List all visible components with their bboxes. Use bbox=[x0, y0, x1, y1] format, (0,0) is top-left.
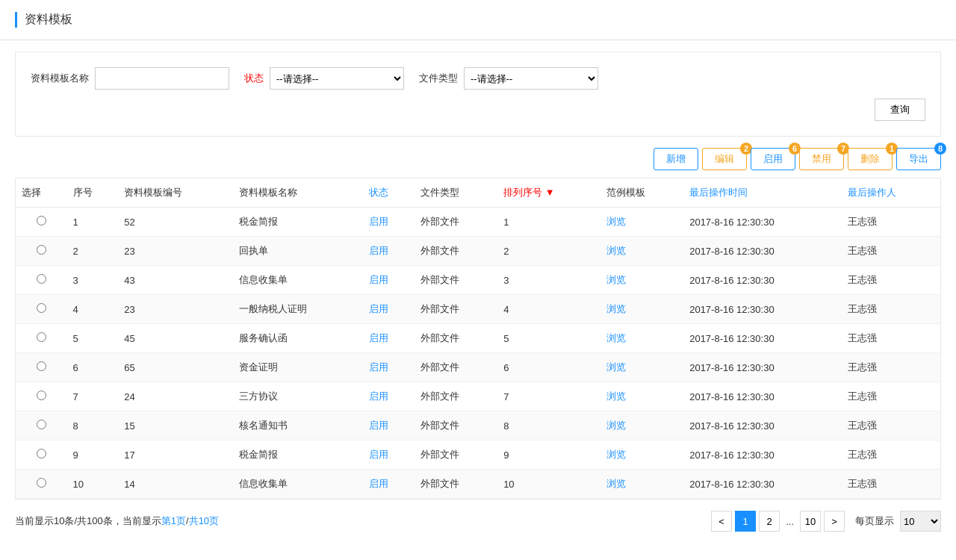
data-table: 选择 序号 资料模板编号 资料模板名称 状态 文件类型 排列序号 ▼ 范例模板 … bbox=[16, 178, 940, 499]
cell-sort: 6 bbox=[497, 353, 600, 382]
row-radio[interactable] bbox=[37, 361, 46, 371]
cell-seq: 3 bbox=[67, 266, 119, 295]
cell-operator: 王志强 bbox=[842, 470, 940, 499]
browse-link[interactable]: 浏览 bbox=[606, 391, 626, 402]
cell-status: 启用 bbox=[363, 208, 415, 237]
cell-time: 2017-8-16 12:30:30 bbox=[683, 295, 841, 324]
col-sort[interactable]: 排列序号 ▼ bbox=[497, 178, 600, 208]
cell-sort: 10 bbox=[497, 470, 600, 499]
cell-status: 启用 bbox=[363, 295, 415, 324]
cell-browse: 浏览 bbox=[600, 382, 683, 411]
edit-button[interactable]: 编辑 2 bbox=[702, 148, 747, 170]
filetype-select[interactable]: --请选择-- bbox=[464, 67, 598, 90]
row-radio[interactable] bbox=[37, 245, 46, 255]
cell-sort: 4 bbox=[497, 295, 600, 324]
row-radio[interactable] bbox=[37, 274, 46, 284]
filetype-field: 文件类型 --请选择-- bbox=[419, 67, 598, 90]
row-radio[interactable] bbox=[37, 391, 46, 400]
page-1-button[interactable]: 1 bbox=[735, 511, 756, 532]
enable-button[interactable]: 启用 6 bbox=[751, 148, 795, 170]
search-row: 资料模板名称 状态 --请选择-- 文件类型 --请选择-- bbox=[31, 67, 925, 90]
row-radio[interactable] bbox=[37, 449, 46, 458]
row-radio[interactable] bbox=[37, 216, 46, 225]
cell-time: 2017-8-16 12:30:30 bbox=[683, 324, 841, 353]
status-select[interactable]: --请选择-- bbox=[270, 67, 404, 90]
table-row: 9 17 税金简报 启用 外部文件 9 浏览 2017-8-16 12:30:3… bbox=[16, 441, 940, 470]
radio-cell bbox=[16, 441, 67, 470]
browse-link[interactable]: 浏览 bbox=[606, 303, 626, 314]
browse-link[interactable]: 浏览 bbox=[606, 274, 626, 285]
browse-link[interactable]: 浏览 bbox=[606, 449, 626, 460]
radio-cell bbox=[16, 295, 67, 324]
cell-name: 回执单 bbox=[233, 237, 364, 266]
status-value: 启用 bbox=[369, 245, 388, 256]
cell-filetype: 外部文件 bbox=[415, 382, 497, 411]
cell-operator: 王志强 bbox=[842, 411, 940, 441]
status-value: 启用 bbox=[369, 361, 388, 373]
page-link-total[interactable]: 共10页 bbox=[189, 515, 219, 526]
cell-browse: 浏览 bbox=[600, 411, 683, 441]
cell-operator: 王志强 bbox=[842, 353, 940, 382]
page-ellipsis: ... bbox=[783, 516, 797, 527]
next-page-button[interactable]: > bbox=[824, 511, 845, 532]
browse-link[interactable]: 浏览 bbox=[606, 216, 626, 227]
new-button[interactable]: 新增 bbox=[654, 148, 698, 170]
browse-link[interactable]: 浏览 bbox=[606, 245, 626, 256]
export-button[interactable]: 导出 8 bbox=[896, 148, 941, 170]
cell-name: 三方协议 bbox=[233, 382, 364, 411]
cell-name: 信息收集单 bbox=[233, 470, 364, 499]
browse-link[interactable]: 浏览 bbox=[606, 361, 626, 373]
cell-time: 2017-8-16 12:30:30 bbox=[683, 411, 841, 441]
browse-link[interactable]: 浏览 bbox=[606, 478, 626, 489]
delete-button[interactable]: 删除 1 bbox=[848, 148, 893, 170]
status-value: 启用 bbox=[369, 274, 388, 285]
disable-button[interactable]: 禁用 7 bbox=[799, 148, 844, 170]
cell-code: 23 bbox=[118, 237, 233, 266]
cell-filetype: 外部文件 bbox=[415, 295, 497, 324]
col-template: 范例模板 bbox=[600, 178, 683, 208]
row-radio[interactable] bbox=[37, 332, 46, 342]
page-header: 资料模板 bbox=[0, 0, 956, 40]
cell-operator: 王志强 bbox=[842, 441, 940, 470]
row-radio[interactable] bbox=[37, 420, 46, 429]
filetype-label: 文件类型 bbox=[419, 72, 458, 85]
page-title: 资料模板 bbox=[15, 12, 941, 28]
col-code: 资料模板编号 bbox=[118, 178, 233, 208]
col-status: 状态 bbox=[363, 178, 415, 208]
name-input[interactable] bbox=[95, 67, 229, 90]
status-value: 启用 bbox=[369, 216, 388, 227]
page-2-button[interactable]: 2 bbox=[759, 511, 780, 532]
browse-link[interactable]: 浏览 bbox=[606, 332, 626, 343]
radio-cell bbox=[16, 208, 67, 237]
row-radio[interactable] bbox=[37, 303, 46, 313]
cell-seq: 4 bbox=[67, 295, 119, 324]
edit-label: 编辑 bbox=[715, 153, 734, 164]
cell-time: 2017-8-16 12:30:30 bbox=[683, 382, 841, 411]
cell-status: 启用 bbox=[363, 441, 415, 470]
cell-code: 14 bbox=[118, 470, 233, 499]
status-value: 启用 bbox=[369, 449, 388, 460]
cell-seq: 6 bbox=[67, 353, 119, 382]
cell-status: 启用 bbox=[363, 237, 415, 266]
pagination-area: 当前显示10条/共100条，当前显示第1页/共10页 < 1 2 ... 10 … bbox=[15, 511, 941, 532]
cell-browse: 浏览 bbox=[600, 208, 683, 237]
browse-link[interactable]: 浏览 bbox=[606, 420, 626, 431]
status-value: 启用 bbox=[369, 420, 388, 431]
page-container: 资料模板 资料模板名称 状态 --请选择-- 文件类型 --请选择-- 查询 bbox=[0, 0, 956, 560]
enable-label: 启用 bbox=[763, 153, 783, 164]
cell-name: 信息收集单 bbox=[233, 266, 364, 295]
status-field: 状态 --请选择-- bbox=[244, 67, 404, 90]
status-label: 状态 bbox=[244, 72, 264, 85]
page-10-button[interactable]: 10 bbox=[800, 511, 821, 532]
cell-seq: 2 bbox=[67, 237, 119, 266]
query-button[interactable]: 查询 bbox=[875, 99, 925, 121]
cell-code: 65 bbox=[118, 353, 233, 382]
cell-operator: 王志强 bbox=[842, 324, 940, 353]
radio-cell bbox=[16, 237, 67, 266]
row-radio[interactable] bbox=[37, 478, 46, 488]
prev-page-button[interactable]: < bbox=[711, 511, 732, 532]
cell-seq: 10 bbox=[67, 470, 119, 499]
cell-status: 启用 bbox=[363, 411, 415, 441]
per-page-select[interactable]: 10 20 50 bbox=[900, 511, 941, 532]
page-link-current[interactable]: 第1页 bbox=[161, 515, 186, 526]
